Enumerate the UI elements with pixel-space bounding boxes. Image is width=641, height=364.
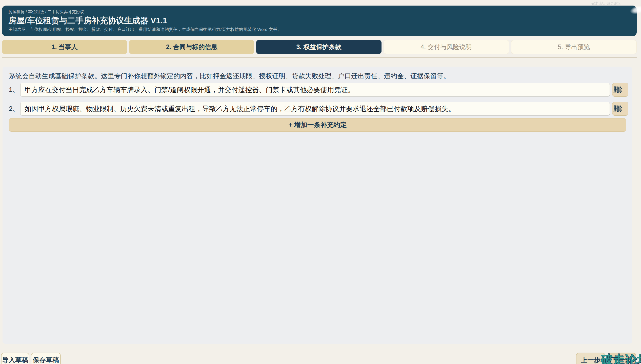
step-tabs: 1. 当事人 2. 合同与标的信息 3. 权益保护条款 4. 交付与风险说明 5… xyxy=(2,40,637,54)
clause-input-1[interactable] xyxy=(20,83,610,97)
clause-row: 1、 删除 xyxy=(6,83,628,97)
clause-index: 2、 xyxy=(6,104,18,113)
tab-export-preview[interactable]: 5. 导出预览 xyxy=(511,40,637,54)
page-title: 房屋/车位租赁与二手房补充协议生成器 V1.1 xyxy=(8,16,637,25)
app-header: 房屋租赁 / 车位租赁 / 二手房买卖补充协议 房屋/车位租赁与二手房补充协议生… xyxy=(2,6,637,36)
tab-rights-protection[interactable]: 3. 权益保护条款 xyxy=(256,40,381,54)
next-step-button[interactable]: 下一步 xyxy=(608,353,636,364)
clauses-panel: 系统会自动生成基础保护条款。这里专门补你想额外锁定的内容，比如押金返还期限、授权… xyxy=(3,67,632,344)
clause-index: 1、 xyxy=(6,85,18,94)
tab-parties[interactable]: 1. 当事人 xyxy=(2,40,127,54)
panel-description: 系统会自动生成基础保护条款。这里专门补你想额外锁定的内容，比如押金返还期限、授权… xyxy=(9,72,628,80)
delete-clause-button-1[interactable]: 删除 xyxy=(612,83,628,97)
tab-delivery-risk[interactable]: 4. 交付与风险说明 xyxy=(384,40,509,54)
breadcrumb: 房屋租赁 / 车位租赁 / 二手房买卖补充协议 xyxy=(8,10,637,14)
delete-clause-label: 删除 xyxy=(614,85,622,94)
prev-step-button[interactable]: 上一步 xyxy=(576,353,605,364)
page-subtitle: 围绕房屋、车位权属/使用权、授权、押金、贷款、交付、户口迁出、费用结清和违约责任… xyxy=(8,27,637,32)
add-clause-button[interactable]: + 增加一条补充约定 xyxy=(9,118,626,132)
save-draft-button[interactable]: 保存草稿 xyxy=(31,353,61,364)
delete-clause-label: 删除 xyxy=(614,104,622,113)
tabs-divider xyxy=(2,57,637,58)
delete-clause-button-2[interactable]: 删除 xyxy=(612,102,628,116)
clause-row: 2、 删除 xyxy=(6,102,628,116)
tab-contract-info[interactable]: 2. 合同与标的信息 xyxy=(129,40,254,54)
import-draft-button[interactable]: 导入草稿 xyxy=(1,353,29,364)
clause-input-2[interactable] xyxy=(20,102,610,116)
watermark-top-right: 破走论坛 破走论坛 xyxy=(591,1,640,6)
